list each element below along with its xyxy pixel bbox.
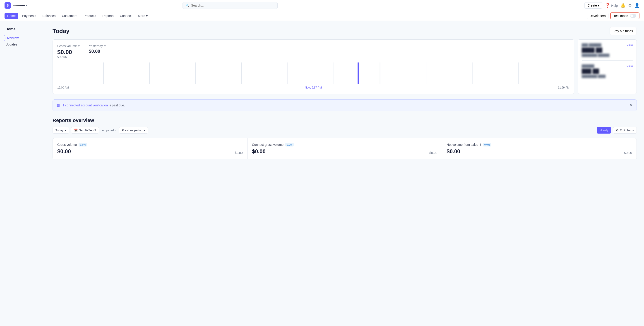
chart-start-label: 12:00 AM (57, 86, 69, 89)
net-volume-info-icon[interactable]: ℹ (480, 143, 481, 146)
chart-area (57, 62, 570, 85)
test-mode-toggle[interactable] (630, 14, 636, 18)
reports-title: Reports overview (52, 118, 637, 124)
gross-volume-value: $0.00 (57, 49, 80, 56)
net-volume-badge: 0.0% (483, 143, 492, 146)
gross-volume-time: 5:37 PM (57, 56, 80, 59)
side-panel-2-label: ██████ (582, 64, 594, 68)
alert-link[interactable]: 1 connected account verification (62, 104, 108, 107)
previous-period-chevron-icon: ▾ (144, 128, 145, 132)
main-layout: Home Overview Updates Today Pay out fund… (0, 21, 644, 326)
chart-container: Gross volume ▾ $0.00 5:37 PM Yesterday ▾… (52, 40, 637, 94)
today-filter-button[interactable]: Today ▾ (52, 127, 69, 134)
side-panel-2-view[interactable]: View (626, 64, 633, 68)
reports-right-controls: Hourly ⚙ Edit charts (597, 127, 637, 134)
gross-volume-chevron-icon: ▾ (78, 44, 80, 48)
edit-charts-icon: ⚙ (616, 128, 619, 132)
calendar-icon: 📅 (74, 128, 78, 132)
gross-volume-card-label: Gross volume (57, 143, 77, 146)
compare-metric: Yesterday ▾ $0.00 (89, 44, 106, 59)
nav-item-connect[interactable]: Connect (117, 13, 134, 19)
nav-item-products[interactable]: Products (81, 13, 99, 19)
net-volume-value: $0.00 (446, 148, 460, 154)
gross-volume-label[interactable]: Gross volume ▾ (57, 44, 80, 48)
net-volume-card: Net volume from sales ℹ 0.0% $0.00 $0.00 (442, 138, 636, 159)
nav-item-more[interactable]: More ▾ (135, 13, 150, 19)
side-panel-2-value: ███ ██ (582, 68, 633, 74)
today-title: Today (52, 28, 70, 35)
side-panel-1-value: ████ ██ (582, 48, 633, 53)
chart-x-axis: 12:00 AM Now, 5:37 PM 11:59 PM (57, 86, 570, 89)
search-bar[interactable]: 🔍 (182, 2, 278, 9)
gross-volume-card-value: $0.00 (57, 148, 71, 154)
search-input[interactable] (191, 4, 275, 7)
today-chevron-icon: ▾ (65, 128, 66, 132)
nav-item-customers[interactable]: Customers (59, 13, 80, 19)
connect-gross-volume-compare: $0.00 (429, 151, 437, 154)
notifications-icon[interactable]: 🔔 (620, 3, 626, 8)
date-range-button[interactable]: 📅 Sep 9–Sep 9 (71, 127, 99, 134)
net-volume-compare: $0.00 (624, 151, 632, 154)
alert-close-button[interactable]: ✕ (630, 103, 633, 108)
developers-button[interactable]: Developers (587, 13, 609, 19)
payout-button[interactable]: Pay out funds (610, 27, 637, 35)
compare-label[interactable]: Yesterday ▾ (89, 44, 106, 48)
settings-icon[interactable]: ⚙ (628, 3, 632, 8)
chart-metrics: Gross volume ▾ $0.00 5:37 PM Yesterday ▾… (57, 44, 570, 59)
top-bar: S •••••••••••• ▾ 🔍 Create ▾ ❓ Help 🔔 ⚙ 👤 (0, 0, 644, 11)
gross-volume-card-badge: 0.0% (78, 143, 87, 146)
connect-gross-volume-label: Connect gross volume (252, 143, 284, 146)
side-panel-1-label: ███ ██████ (582, 43, 602, 47)
help-button[interactable]: ❓ Help (605, 3, 618, 8)
account-dropdown-chevron[interactable]: •••••••••••• ▾ (13, 4, 27, 7)
today-header: Today Pay out funds (52, 27, 637, 35)
account-name: •••••••••••• (13, 4, 25, 7)
compare-value: $0.00 (89, 49, 106, 54)
alert-banner: ▦ 1 connected account verification is pa… (52, 100, 637, 111)
chart-now-label: Now, 5:37 PM (305, 86, 322, 89)
alert-icon: ▦ (56, 103, 60, 108)
connect-gross-volume-badge: 0.0% (285, 143, 294, 146)
brand-logo[interactable]: S (4, 2, 11, 8)
toggle-knob (630, 14, 633, 17)
nav-item-reports[interactable]: Reports (100, 13, 116, 19)
side-panel-2-sub: ████████ ████ (582, 75, 633, 78)
side-panel-1-view[interactable]: View (626, 43, 633, 47)
side-panel-item-1: ███ ██████ View ████ ██ ████████ ██████ (582, 43, 633, 61)
create-button[interactable]: Create ▾ (584, 2, 602, 8)
nav-item-payments[interactable]: Payments (19, 13, 39, 19)
search-icon: 🔍 (186, 4, 189, 7)
gross-volume-card: Gross volume 0.0% $0.00 $0.00 (53, 138, 248, 159)
side-panel-1-sub: ████████ ██████ (582, 54, 633, 57)
metric-cards: Gross volume 0.0% $0.00 $0.00 Connect gr… (52, 138, 637, 160)
test-mode-button[interactable]: Test mode (610, 12, 640, 19)
net-volume-label: Net volume from sales (446, 143, 478, 146)
connect-gross-volume-card: Connect gross volume 0.0% $0.00 $0.00 (248, 138, 442, 159)
previous-period-button[interactable]: Previous period ▾ (119, 127, 148, 134)
compare-chevron-icon: ▾ (104, 44, 106, 48)
hourly-button[interactable]: Hourly (597, 127, 611, 134)
chart-main: Gross volume ▾ $0.00 5:37 PM Yesterday ▾… (52, 40, 574, 94)
compared-to-label: compared to (101, 128, 117, 132)
nav-item-balances[interactable]: Balances (40, 13, 58, 19)
gross-volume-card-compare: $0.00 (235, 151, 243, 154)
sidebar: Home Overview Updates (0, 21, 45, 326)
gross-volume-metric: Gross volume ▾ $0.00 5:37 PM (57, 44, 80, 59)
user-avatar[interactable]: 👤 (634, 3, 640, 8)
sidebar-item-overview[interactable]: Overview (4, 35, 42, 41)
side-panel-item-2: ██████ View ███ ██ ████████ ████ (582, 64, 633, 78)
sidebar-item-updates[interactable]: Updates (4, 41, 42, 48)
nav-item-home[interactable]: Home (4, 13, 18, 19)
connect-gross-volume-value: $0.00 (252, 148, 266, 154)
more-chevron-icon: ▾ (146, 14, 148, 18)
top-bar-right: Create ▾ ❓ Help 🔔 ⚙ 👤 (584, 2, 640, 8)
sidebar-title: Home (4, 26, 42, 32)
brand-section: S •••••••••••• ▾ (4, 2, 27, 8)
reports-controls: Today ▾ 📅 Sep 9–Sep 9 compared to Previo… (52, 127, 637, 134)
edit-charts-button[interactable]: ⚙ Edit charts (613, 127, 637, 134)
alert-text: 1 connected account verification is past… (62, 104, 627, 107)
nav-bar: Home Payments Balances Customers Product… (0, 11, 644, 21)
create-chevron-icon: ▾ (598, 4, 600, 7)
reports-section: Reports overview Today ▾ 📅 Sep 9–Sep 9 c… (52, 118, 637, 160)
chart-end-label: 11:59 PM (558, 86, 570, 89)
